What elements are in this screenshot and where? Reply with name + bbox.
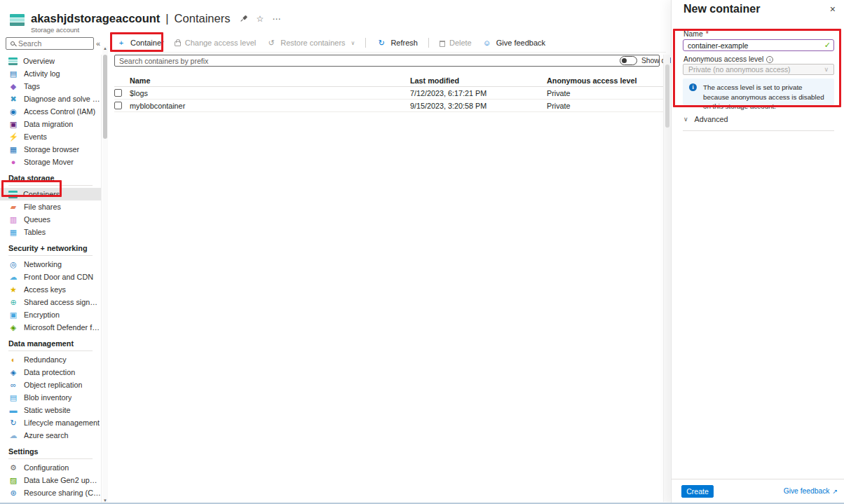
sidebar-item-lifecycle-management[interactable]: ↻Lifecycle management bbox=[0, 416, 101, 429]
pin-icon[interactable] bbox=[238, 13, 250, 25]
sidebar-item-data-lake-gen2-upgrade[interactable]: ▨Data Lake Gen2 upgrade bbox=[0, 474, 101, 486]
sidebar-item-label: Redundancy bbox=[24, 355, 67, 364]
queues-icon: ▥ bbox=[8, 216, 18, 224]
container-prefix-search-input[interactable] bbox=[114, 55, 660, 67]
file-shares-icon: ▰ bbox=[8, 203, 18, 211]
column-header-access-level[interactable]: Anonymous access level bbox=[547, 76, 666, 85]
toggle-knob bbox=[622, 58, 627, 63]
sidebar-item-diagnose-and-solve-problems[interactable]: ✖Diagnose and solve problems bbox=[0, 93, 101, 105]
sidebar-item-networking[interactable]: ◎Networking bbox=[0, 258, 101, 271]
chevron-down-icon: ∨ bbox=[824, 66, 829, 73]
page-title: akashjdstorageaccount | Containers ☆ ⋯ bbox=[31, 12, 281, 25]
new-container-panel: New container × Name* ✓ Anonymous access… bbox=[671, 0, 844, 504]
refresh-icon: ↻ bbox=[376, 39, 386, 47]
sidebar-item-queues[interactable]: ▥Queues bbox=[0, 213, 101, 226]
container-name-input[interactable] bbox=[683, 39, 834, 51]
sidebar-item-tags[interactable]: ◆Tags bbox=[0, 80, 101, 93]
tables-icon: ▦ bbox=[8, 229, 18, 236]
sidebar-search-input[interactable] bbox=[18, 39, 81, 48]
table-row[interactable]: myblobcontainer9/15/2023, 3:20:58 PMPriv… bbox=[114, 100, 666, 112]
sidebar-item-label: Access keys bbox=[24, 285, 66, 294]
collapse-sidebar-button[interactable]: « bbox=[96, 39, 100, 48]
column-header-last-modified[interactable]: Last modified bbox=[410, 76, 547, 85]
sidebar-item-encryption[interactable]: ▣Encryption bbox=[0, 308, 101, 321]
sidebar-item-file-shares[interactable]: ▰File shares bbox=[0, 200, 101, 213]
sidebar-item-label: Access Control (IAM) bbox=[24, 107, 95, 116]
show-deleted-toggle[interactable] bbox=[620, 56, 637, 65]
datalake-icon: ▨ bbox=[8, 477, 18, 484]
sidebar-item-data-protection[interactable]: ◈Data protection bbox=[0, 366, 101, 379]
storage-mover-icon: ● bbox=[8, 158, 18, 166]
give-feedback-link[interactable]: Give feedback ↗ bbox=[784, 487, 838, 495]
sidebar-item-events[interactable]: ⚡Events bbox=[0, 130, 101, 143]
sidebar-item-azure-search[interactable]: ☁Azure search bbox=[0, 429, 101, 442]
access-level-value: Private (no anonymous access) bbox=[688, 66, 791, 74]
container-name: myblobcontainer bbox=[130, 102, 410, 110]
scrollbar-thumb[interactable] bbox=[665, 64, 669, 128]
sidebar-item-microsoft-defender-for-cloud[interactable]: ◈Microsoft Defender for Cloud bbox=[0, 321, 101, 334]
chevron-down-icon: ∨ bbox=[351, 40, 355, 46]
sidebar-item-access-keys[interactable]: ★Access keys bbox=[0, 283, 101, 296]
change-access-level-button[interactable]: Change access level bbox=[175, 39, 257, 47]
sidebar-item-redundancy[interactable]: ◐Redundancy bbox=[0, 353, 101, 366]
events-icon: ⚡ bbox=[8, 133, 18, 141]
sidebar-item-activity-log[interactable]: ▤Activity log bbox=[0, 67, 101, 80]
sidebar-item-label: Object replication bbox=[24, 381, 82, 389]
column-header-name[interactable]: Name bbox=[130, 76, 410, 85]
scrollbar-thumb[interactable] bbox=[103, 55, 107, 139]
table-header-row: Name Last modified Anonymous access leve… bbox=[114, 74, 666, 87]
create-button[interactable]: Create bbox=[681, 485, 714, 498]
restore-containers-button[interactable]: ↺Restore containers∨ bbox=[266, 39, 355, 47]
sidebar-item-shared-access-signature[interactable]: ⊕Shared access signature bbox=[0, 296, 101, 308]
last-modified: 9/15/2023, 3:20:58 PM bbox=[410, 102, 547, 110]
sidebar-item-label: Resource sharing (CORS) bbox=[24, 489, 101, 497]
encryption-icon: ▣ bbox=[8, 311, 18, 319]
sidebar-item-label: Data migration bbox=[24, 120, 73, 128]
sidebar-item-front-door-and-cdn[interactable]: ☁Front Door and CDN bbox=[0, 271, 101, 283]
name-field: ✓ bbox=[683, 39, 834, 51]
panel-divider bbox=[683, 130, 834, 131]
sidebar-item-overview[interactable]: Overview bbox=[0, 55, 101, 67]
favorite-icon[interactable]: ☆ bbox=[256, 14, 264, 24]
sidebar-item-blob-inventory[interactable]: ▤Blob inventory bbox=[0, 391, 101, 404]
sidebar-item-configuration[interactable]: ⚙Configuration bbox=[0, 461, 101, 474]
toolbar-button-label: Refresh bbox=[390, 39, 418, 47]
advanced-toggle[interactable]: ∨ Advanced bbox=[683, 115, 728, 123]
storage-account-icon bbox=[10, 14, 25, 26]
give-feedback-button[interactable]: ☺Give feedback bbox=[482, 39, 545, 47]
sidebar-item-containers[interactable]: Containers bbox=[0, 188, 101, 200]
row-checkbox[interactable] bbox=[114, 102, 122, 109]
close-icon[interactable]: × bbox=[830, 4, 836, 15]
delete-button[interactable]: Delete bbox=[440, 39, 472, 47]
sidebar-item-tables[interactable]: ▦Tables bbox=[0, 226, 101, 238]
access-level-label: Anonymous access level i bbox=[683, 55, 773, 63]
access-keys-icon: ★ bbox=[8, 286, 18, 294]
container-button[interactable]: +Container bbox=[116, 39, 164, 47]
access-control-icon: ◉ bbox=[8, 108, 18, 116]
sidebar-item-data-migration[interactable]: ▣Data migration bbox=[0, 118, 101, 130]
access-level-dropdown[interactable]: Private (no anonymous access) ∨ bbox=[683, 64, 834, 75]
sidebar-item-object-replication[interactable]: ∞Object replication bbox=[0, 379, 101, 391]
sidebar-item-label: Queues bbox=[24, 215, 50, 224]
table-row[interactable]: $logs7/12/2023, 6:17:21 PMPrivate bbox=[114, 87, 666, 100]
sidebar-item-resource-sharing-cors[interactable]: ⊛Resource sharing (CORS) bbox=[0, 486, 101, 499]
scroll-up-icon[interactable]: ▲ bbox=[102, 46, 108, 50]
sidebar-scrollbar[interactable]: ▲ ▼ bbox=[102, 46, 108, 503]
toolbar-button-label: Restore containers bbox=[280, 39, 345, 47]
sidebar-item-storage-mover[interactable]: ●Storage Mover bbox=[0, 156, 101, 168]
sidebar-item-storage-browser[interactable]: ▦Storage browser bbox=[0, 143, 101, 156]
info-tooltip-icon[interactable]: i bbox=[766, 56, 773, 63]
nav-section-header-settings: Settings bbox=[8, 447, 93, 459]
row-checkbox[interactable] bbox=[114, 89, 122, 97]
more-icon[interactable]: ⋯ bbox=[272, 14, 281, 24]
sidebar-search[interactable] bbox=[6, 37, 94, 50]
toolbar-separator bbox=[365, 38, 366, 48]
sidebar-item-label: Events bbox=[24, 132, 47, 141]
storage-browser-icon: ▦ bbox=[8, 146, 18, 154]
sidebar-item-label: Blob inventory bbox=[24, 393, 72, 402]
main-scrollbar[interactable] bbox=[663, 55, 670, 502]
networking-icon: ◎ bbox=[8, 261, 18, 268]
sidebar-item-static-website[interactable]: ▬Static website bbox=[0, 404, 101, 416]
refresh-button[interactable]: ↻Refresh bbox=[376, 39, 418, 47]
sidebar-item-access-control-iam[interactable]: ◉Access Control (IAM) bbox=[0, 105, 101, 118]
